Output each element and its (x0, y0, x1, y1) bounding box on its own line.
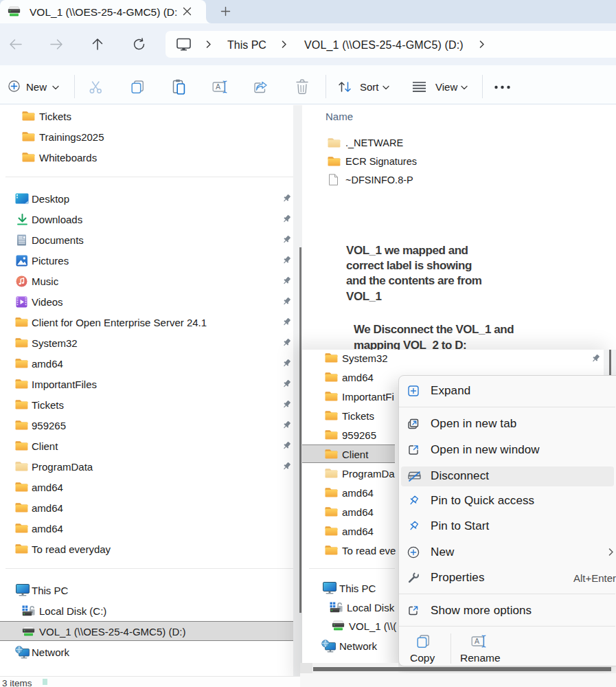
svg-text:A: A (475, 637, 479, 645)
svg-text:A: A (216, 82, 220, 91)
